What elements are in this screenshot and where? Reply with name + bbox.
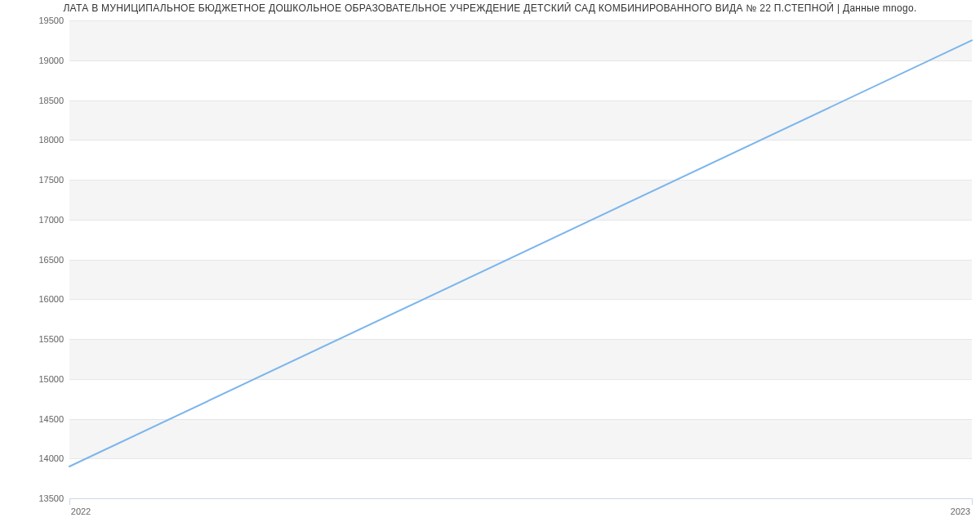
y-tick-label: 17500: [15, 175, 64, 185]
x-tick: [972, 498, 973, 505]
y-tick-label: 16500: [15, 255, 64, 265]
chart-title: ЛАТА В МУНИЦИПАЛЬНОЕ БЮДЖЕТНОЕ ДОШКОЛЬНО…: [0, 2, 980, 14]
x-tick-label: 2022: [71, 506, 91, 516]
series-1-line: [69, 40, 972, 466]
y-tick-label: 19500: [15, 16, 64, 25]
series-svg: [69, 20, 972, 498]
x-tick: [69, 498, 70, 505]
x-axis-line: [69, 498, 972, 499]
y-tick-label: 14000: [15, 453, 64, 463]
y-tick-label: 15500: [15, 334, 64, 344]
y-tick-label: 18500: [15, 96, 64, 105]
y-tick-label: 13500: [15, 493, 64, 503]
x-tick-label: 2023: [951, 506, 970, 516]
y-tick-label: 17000: [15, 215, 64, 225]
y-tick-label: 19000: [15, 56, 64, 65]
y-tick-label: 16000: [15, 294, 64, 304]
plot-area: [69, 20, 972, 498]
y-tick-label: 15000: [15, 374, 64, 384]
y-tick-label: 18000: [15, 135, 64, 145]
y-tick-label: 14500: [15, 414, 64, 424]
